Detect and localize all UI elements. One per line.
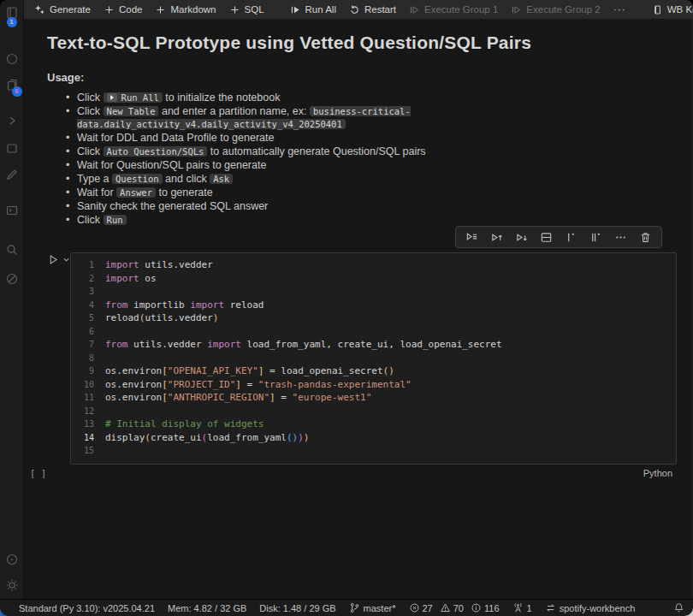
usage-bullet: Click Auto Question/SQLs to automaticall… [68,145,442,158]
code-line[interactable]: 5reload(utils.vedder) [71,311,676,325]
code-line[interactable]: 1import utils.vedder [71,258,676,272]
bullet-text: Wait for DDL and Data Profile to generat… [77,132,274,144]
files-icon[interactable]: 6 [5,78,19,92]
activity-sidebar: 1 6 [0,0,24,599]
plus-icon [229,4,240,15]
notebook-icon[interactable]: 1 [5,6,19,20]
execute-group-2-button[interactable]: Execute Group 2 [511,4,600,15]
history-icon[interactable] [5,52,19,66]
more-actions-icon[interactable] [614,231,627,244]
insert-cell-below-icon[interactable] [589,231,602,244]
code-line[interactable]: 10os.environ["PROJECT_ID"] = "trash-pand… [71,378,676,392]
run-above-icon[interactable] [490,231,503,244]
problems-status[interactable]: 27 70 116 [409,602,500,613]
code-line[interactable]: 15 [71,444,676,458]
notebook-content: Text-to-SQL Prototype using Vetted Quest… [24,19,693,599]
usage-bullet: Wait for DDL and Data Profile to generat… [68,132,442,145]
restart-button[interactable]: Restart [349,4,396,15]
settings-gear-icon[interactable] [5,578,19,592]
line-number: 4 [71,299,105,312]
cell-run-controls [48,254,70,265]
inline-code: Run [104,215,127,225]
inline-code: New Table [104,106,159,116]
bullet-text: Click [77,214,104,226]
code-line[interactable]: 2import os [71,272,676,286]
info-icon [471,602,482,613]
code-line[interactable]: 12 [71,405,676,418]
code-cell: 1import utils.vedder2import os34from imp… [47,252,677,480]
usage-bullet: Type a Question and click Ask [68,173,442,186]
code-line[interactable]: 3 [71,285,676,299]
add-markdown-button[interactable]: Markdown [155,4,216,15]
memory-status[interactable]: Mem: 4.82 / 32 GB [168,603,246,613]
inline-code: Question [112,174,163,184]
toolbar-more-button[interactable]: ··· [613,3,626,15]
help-icon[interactable] [5,553,19,566]
kernel-selector[interactable]: WB Kernel [652,4,693,15]
insert-cell-above-icon[interactable] [565,231,578,244]
sync-workspace-status[interactable]: spotify-workbench [545,602,636,613]
warning-icon [440,602,451,613]
code-line[interactable]: 6 [71,325,676,339]
bullet-text: and click [163,173,210,185]
add-code-button[interactable]: Code [104,4,143,15]
notebook-badge: 1 [7,17,17,27]
run-all-button[interactable]: Run All [290,4,336,15]
run-below-icon[interactable] [515,231,528,244]
status-bar: Standard (Py 3.10): v2025.04.21 Mem: 4.8… [0,599,693,616]
terminal-icon[interactable] [5,204,19,217]
usage-bullet: Wait for Question/SQL pairs to generate [68,159,442,172]
radio-tower-icon [512,602,524,613]
code-line[interactable]: 7from utils.vedder import load_from_yaml… [71,338,676,352]
usage-bullet: Click Run All to initialize the notebook [68,92,442,104]
cell-toolbar [455,226,662,248]
execute-group-1-button[interactable]: Execute Group 1 [409,4,498,15]
remote-ports-status[interactable]: 1 [512,602,532,613]
cell-language-label[interactable]: Python [643,468,672,478]
warnings-count[interactable]: 70 [440,602,464,613]
code-editor[interactable]: 1import utils.vedder2import os34from imp… [70,252,677,465]
execution-count: [ ] [30,468,46,478]
code-text: from importlib import reload [105,299,264,312]
code-line[interactable]: 11os.environ["ANTHROPIC_REGION"] = "euro… [71,391,676,405]
code-line[interactable]: 13# Initial display of widgets [71,418,676,431]
bullet-text: Type a [77,173,112,185]
inline-code: Answer [116,187,156,198]
code-text: os.environ["OPENAI_API_KEY"] = load_open… [105,364,394,378]
line-number: 2 [71,272,105,286]
line-number: 1 [71,258,105,272]
errors-count[interactable]: 27 [409,602,433,613]
notifications-bell[interactable] [673,602,684,613]
line-number: 5 [71,311,105,325]
code-line[interactable]: 14display(create_ui(load_from_yaml())) [71,431,676,445]
code-text: display(create_ui(load_from_yaml())) [105,431,309,445]
code-line[interactable]: 4from importlib import reload [71,299,676,312]
line-number: 9 [71,364,105,378]
info-count[interactable]: 116 [471,602,500,613]
compass-icon[interactable] [5,272,19,286]
usage-bullet: Sanity check the generated SQL answer [68,200,442,213]
chevron-right-icon[interactable] [5,114,19,127]
disk-status[interactable]: Disk: 1.48 / 29 GB [259,603,335,613]
edit-pen-icon[interactable] [5,168,19,181]
line-number: 12 [71,405,105,418]
layout-icon[interactable] [5,141,19,155]
search-icon[interactable] [5,243,19,257]
plus-icon [155,4,166,15]
delete-cell-icon[interactable] [639,231,652,244]
code-line[interactable]: 9os.environ["OPENAI_API_KEY"] = load_ope… [71,364,676,378]
git-branch-status[interactable]: master* [349,602,396,613]
run-cell-icon[interactable] [48,254,59,265]
cell-options-chevron-icon[interactable] [62,256,70,264]
run-queue-icon[interactable] [465,231,478,244]
code-text: os.environ["PROJECT_ID"] = "trash-pandas… [105,378,412,392]
restart-icon [349,4,360,15]
generate-button[interactable]: Generate [34,4,91,15]
bullet-text: Wait for Question/SQL pairs to generate [77,159,266,171]
bullet-text: and enter a partition name, ex: [158,105,310,117]
add-sql-button[interactable]: SQL [229,4,264,15]
split-cell-icon[interactable] [540,231,553,244]
kernel-env-status[interactable]: Standard (Py 3.10): v2025.04.21 [19,603,155,613]
code-line[interactable]: 8 [71,352,676,365]
git-branch-icon [349,602,360,613]
